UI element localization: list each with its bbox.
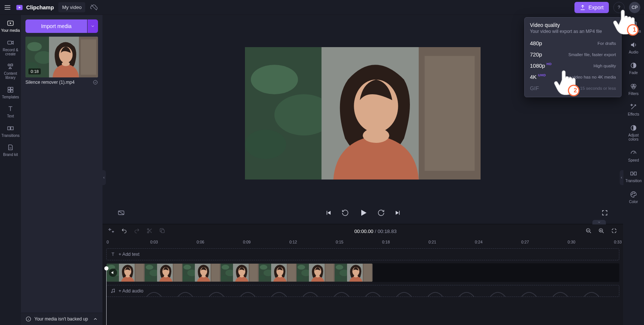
undo-icon[interactable]	[121, 228, 127, 235]
timeline-current-time: 00:00.00	[355, 229, 374, 234]
project-title[interactable]: My video	[58, 2, 85, 12]
rrail-adjust-colors[interactable]: Adjust colors	[623, 123, 644, 145]
rail-label: Brand kit	[3, 153, 18, 157]
export-button[interactable]: Export	[574, 2, 609, 13]
scissors-icon[interactable]	[147, 228, 153, 235]
timeline-collapse-button[interactable]	[592, 220, 606, 224]
transition-icon	[630, 170, 637, 177]
clip-thumbnail	[221, 264, 259, 282]
import-media-more-button[interactable]	[88, 19, 98, 33]
rrail-label: Audio	[629, 50, 638, 55]
rrail-fade[interactable]: Fade	[623, 60, 644, 78]
rrail-filters[interactable]: Filters	[623, 81, 644, 99]
clip-duration: 0:18	[28, 68, 41, 74]
rrail-label: Filters	[628, 92, 638, 96]
rail-label: Transitions	[1, 134, 20, 138]
export-option-720p[interactable]: 720pSmaller file, faster export	[530, 49, 616, 60]
svg-rect-18	[11, 90, 13, 92]
import-media-button[interactable]: Import media	[25, 19, 87, 33]
svg-rect-39	[634, 172, 637, 175]
media-clip[interactable]: 0:18 Silence remover (1).mp4	[25, 37, 98, 85]
collapse-right-button[interactable]: ‹	[620, 170, 623, 185]
clip-thumbnail	[335, 264, 373, 282]
clip-thumbnail	[183, 264, 221, 282]
fullscreen-icon[interactable]	[601, 209, 608, 217]
svg-rect-16	[11, 87, 13, 89]
svg-point-40	[632, 194, 632, 195]
export-option-4k[interactable]: 4KUHDYour video has no 4K media	[530, 71, 616, 83]
rail-templates[interactable]: Templates	[0, 84, 21, 102]
rail-content-library[interactable]: Content library	[0, 60, 21, 83]
svg-point-30	[114, 291, 114, 292]
rail-transitions[interactable]: Transitions	[0, 122, 21, 141]
transitions-icon	[7, 125, 14, 132]
clip-audio-icon[interactable]	[109, 269, 117, 277]
rrail-color[interactable]: Color	[623, 189, 644, 207]
ruler-tick: 0:03	[150, 240, 158, 244]
text-icon	[110, 252, 116, 257]
checkmark-circle-icon	[93, 80, 98, 85]
ruler-tick: 0:27	[521, 240, 529, 244]
timeline-ruler[interactable]: 00:030:060:090:120:150:180:210:240:270:3…	[102, 238, 623, 246]
export-option-gif: GIFFor videos 15 seconds or less	[530, 83, 616, 94]
contrast-icon	[630, 124, 637, 132]
video-clip[interactable]	[106, 263, 373, 282]
zoom-in-icon[interactable]	[598, 228, 604, 235]
media-panel: Import media 0:18 Silence remover (1).mp…	[21, 15, 102, 325]
text-icon	[7, 105, 14, 113]
forward-icon[interactable]	[377, 209, 385, 218]
ruler-tick: 0:33	[614, 240, 622, 244]
audio-track[interactable]: + Add audio	[106, 285, 619, 297]
rrail-audio[interactable]: Audio	[623, 40, 644, 58]
video-preview[interactable]	[245, 47, 481, 180]
export-option-480p[interactable]: 480pFor drafts	[530, 38, 616, 49]
timeline-separator: /	[375, 229, 376, 234]
info-icon	[25, 316, 31, 322]
help-button[interactable]: ?	[613, 2, 625, 13]
rail-label: Text	[7, 114, 14, 119]
music-icon	[110, 288, 116, 294]
export-button-label: Export	[589, 4, 604, 10]
cloud-sync-off-icon[interactable]	[90, 3, 98, 12]
rrail-captions[interactable]: CC Captions	[623, 19, 644, 37]
rrail-effects[interactable]: Effects	[623, 102, 644, 120]
svg-point-29	[111, 292, 112, 292]
right-rail: ‹ CC Captions Audio Fade Filters Effects	[623, 15, 644, 325]
media-icon	[7, 19, 14, 27]
rrail-label: Speed	[628, 158, 639, 163]
rail-brand-kit[interactable]: Brand kit	[0, 141, 21, 160]
fade-icon	[630, 62, 637, 69]
svg-rect-20	[11, 126, 13, 129]
backup-notice-text: Your media isn't backed up	[34, 316, 90, 322]
rrail-label: Fade	[629, 71, 638, 75]
rrail-speed[interactable]: Speed	[623, 148, 644, 166]
skip-start-icon[interactable]	[325, 209, 332, 217]
export-option-1080p[interactable]: 1080pHDHigh quality	[530, 60, 616, 71]
redo-icon[interactable]	[134, 228, 140, 235]
rail-label: Record & create	[0, 48, 21, 56]
rrail-transition[interactable]: Transition	[623, 168, 644, 186]
rail-your-media[interactable]: Your media	[0, 17, 21, 36]
clip-thumbnail	[145, 264, 183, 282]
text-track-placeholder: + Add text	[119, 252, 139, 257]
export-option-note: For drafts	[598, 41, 616, 46]
copy-icon[interactable]	[159, 228, 165, 235]
backup-notice-bar[interactable]: Your media isn't backed up	[21, 313, 102, 325]
skip-end-icon[interactable]	[395, 209, 401, 217]
video-track[interactable]	[106, 263, 619, 282]
cc-icon: CC	[630, 20, 637, 28]
rail-text[interactable]: Text	[0, 103, 21, 122]
export-option-note: Your video has no 4K media	[562, 75, 616, 79]
rewind-icon[interactable]	[341, 209, 349, 218]
text-track[interactable]: + Add text	[106, 248, 619, 260]
hamburger-menu-icon[interactable]	[4, 4, 11, 11]
play-icon[interactable]	[359, 208, 368, 218]
avatar[interactable]: CP	[629, 2, 640, 13]
zoom-out-icon[interactable]	[586, 228, 592, 235]
hide-preview-icon[interactable]	[117, 209, 125, 218]
svg-rect-26	[161, 230, 164, 233]
fit-icon[interactable]	[611, 228, 617, 235]
magic-icon[interactable]	[108, 228, 114, 235]
rail-record-create[interactable]: Record & create	[0, 37, 21, 59]
upload-icon	[580, 4, 586, 10]
